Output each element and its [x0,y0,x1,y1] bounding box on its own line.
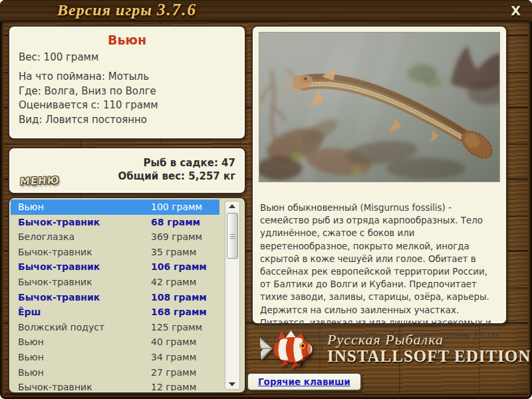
brand-name: Русская Рыбалка [327,332,532,347]
close-button[interactable]: X [511,3,521,18]
loach-underwater-scene [259,33,499,182]
list-item-fish-weight: 42 грамм [151,275,196,290]
game-window: Версия игры 3.7.6 X Вьюн Вес: 100 грамм … [0,0,532,399]
scrollbar-thumb[interactable] [227,213,238,259]
list-item-fish-name: Вьюн [18,336,44,347]
cage-fish-list: Вьюн 100 грамм Бычок-травник 68 грамм Бе… [8,197,246,394]
fish-place-line: Где: Волга, Вниз по Волге [19,84,235,99]
red-fish-logo-icon [257,329,321,370]
list-item-fish-weight: 40 грамм [151,334,196,350]
fish-detail-panel: Вьюн обыкновенный (Misgurnus fossilis) -… [251,25,507,325]
list-item-fish-name: Бычок-травник [18,217,100,227]
brand-edition: INSTALLSOFT EDITION [327,347,531,365]
list-scrollbar[interactable] [225,201,240,390]
fish-weight-line: Вес: 100 грамм [19,51,235,63]
list-item-fish-name: Бычок-травник [18,261,100,272]
list-item-fish-name: Бычок-травник [18,277,92,287]
list-item-fish-name: Ёрш [18,307,41,317]
branding-block: Русская Рыбалка INSTALLSOFT EDITION3.7.6 [251,327,525,371]
game-version-title: Версия игры 3.7.6 [8,1,246,19]
fish-bait-line: На что поймана: Мотыль [19,70,235,84]
list-item[interactable]: Бычок-травник 106 грамм [11,259,219,275]
list-item[interactable]: Бычок-травник 108 грамм [11,290,219,305]
cage-summary-panel: МЕНЮ Рыб в садке: 47 Общий вес: 5,257 кг [8,147,246,194]
title-bar: Версия игры 3.7.6 X [0,0,532,22]
list-item-fish-weight: 369 грамм [151,229,202,245]
list-item-fish-weight: 34 грамм [151,350,196,365]
list-item-fish-weight: 27 грамм [151,365,196,380]
list-item-fish-name: Бычок-травник [18,382,92,391]
list-item-fish-name: Бычок-травник [18,247,92,257]
list-item-fish-weight: 168 грамм [151,305,207,320]
list-item-fish-weight: 100 грамм [151,200,202,215]
list-item-fish-weight: 125 грамм [151,320,202,335]
fish-info-panel: Вьюн Вес: 100 грамм На что поймана: Моты… [8,25,246,140]
fish-kind-line: Вид: Ловится постоянно [19,113,235,128]
scroll-up-icon[interactable] [225,201,239,211]
fish-list-rows: Вьюн 100 грамм Бычок-травник 68 грамм Бе… [11,200,219,391]
list-item-fish-name: Вьюн [18,367,44,378]
fish-name-heading: Вьюн [19,33,235,47]
scroll-down-icon[interactable] [225,380,239,389]
list-item-fish-name: Бычок-травник [18,292,100,303]
list-item-fish-weight: 35 грамм [151,245,196,260]
list-item-fish-weight: 68 грамм [151,215,200,230]
list-item[interactable]: Вьюн 40 грамм [11,334,219,350]
list-item-fish-name: Вьюн [18,352,44,362]
list-item-fish-weight: 106 грамм [151,259,207,275]
list-item[interactable]: Бычок-травник 68 грамм [11,215,219,230]
list-item-fish-weight: 108 грамм [151,290,207,305]
list-item-fish-name: Вьюн [18,201,44,212]
list-item[interactable]: Вьюн 34 грамм [11,350,219,365]
list-item-fish-name: Волжский подуст [18,322,104,332]
list-item[interactable]: Бычок-травник 35 грамм [11,245,219,260]
list-item[interactable]: Ёрш 168 грамм [11,305,219,320]
cage-total-weight: Общий вес: 5,257 кг [118,170,235,183]
list-item[interactable]: Белоглазка 369 грамм [11,229,219,245]
list-item[interactable]: Бычок-травник 42 грамм [11,275,219,290]
hotkeys-button[interactable]: Горячие клавиши [247,372,362,391]
list-item[interactable]: Бычок-травник 12 грамм [11,380,219,391]
cage-fish-count: Рыб в садке: 47 [118,156,235,170]
menu-button[interactable]: МЕНЮ [19,174,60,188]
list-item[interactable]: Вьюн 100 грамм [11,200,219,215]
fish-photo [259,32,500,182]
fish-trophy-line: Оценивается с: 110 грамм [19,98,235,113]
list-item-fish-weight: 12 грамм [151,380,196,391]
list-item[interactable]: Вьюн 27 грамм [11,365,219,380]
list-item[interactable]: Волжский подуст 125 грамм [11,320,219,335]
list-item-fish-name: Белоглазка [18,231,74,242]
